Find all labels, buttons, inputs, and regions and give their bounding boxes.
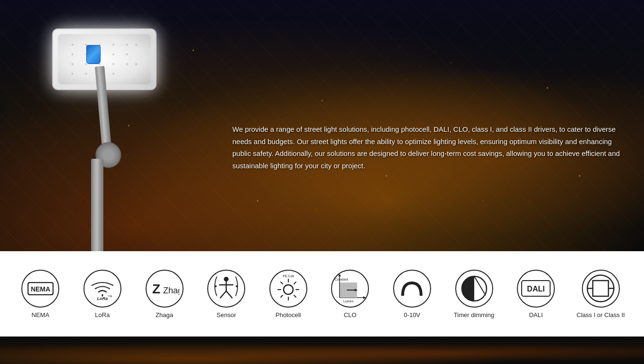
svg-marker-26 bbox=[363, 296, 366, 299]
svg-point-12 bbox=[215, 285, 217, 287]
timer-dimming-icon-circle: StepDim bbox=[455, 270, 493, 308]
lora-icon: LoRa LoRa TM bbox=[88, 277, 117, 300]
svg-text:TM: TM bbox=[108, 295, 112, 298]
light-pole bbox=[91, 159, 103, 251]
photocell-icon: PE.Cell bbox=[274, 274, 303, 303]
feature-clo: Constant Lumen CLO bbox=[329, 270, 371, 318]
zhaga-icon: Z Zhaga bbox=[150, 280, 179, 297]
hero-description-text: We provide a range of street light solut… bbox=[232, 123, 625, 172]
svg-line-20 bbox=[294, 295, 296, 297]
lora-icon-circle: LoRa LoRa TM bbox=[83, 270, 121, 308]
svg-line-19 bbox=[281, 282, 283, 284]
0-10v-label: 0-10V bbox=[404, 311, 421, 318]
zhaga-label: Zhaga bbox=[156, 311, 173, 318]
feature-nema: NEMA NEMA bbox=[19, 270, 62, 318]
feature-zhaga: Z Zhaga Zhaga bbox=[143, 270, 186, 318]
clo-icon-circle: Constant Lumen bbox=[331, 270, 369, 308]
feature-class: Class I or Class II bbox=[577, 270, 625, 318]
svg-text:NEMA: NEMA bbox=[31, 285, 50, 293]
features-bar: NEMA NEMA LoRa LoRa TM LoRa bbox=[0, 251, 644, 337]
svg-text:Z: Z bbox=[152, 282, 160, 296]
photocell-label: Photocell bbox=[276, 311, 301, 318]
svg-text:Constant: Constant bbox=[335, 278, 348, 281]
nema-icon: NEMA bbox=[28, 282, 54, 295]
zhaga-icon-circle: Z Zhaga bbox=[146, 270, 184, 308]
0-10v-icon-circle bbox=[393, 270, 431, 308]
svg-point-14 bbox=[284, 285, 293, 294]
lora-label: LoRa bbox=[95, 311, 110, 318]
svg-line-11 bbox=[226, 291, 232, 298]
photocell-sensor bbox=[86, 45, 101, 64]
svg-line-10 bbox=[220, 291, 226, 298]
feature-sensor: Sensor bbox=[205, 270, 248, 318]
svg-text:Zhaga: Zhaga bbox=[163, 286, 179, 295]
photocell-icon-circle: PE.Cell bbox=[269, 270, 307, 308]
svg-marker-28 bbox=[338, 274, 341, 276]
feature-lora: LoRa LoRa TM LoRa bbox=[81, 270, 124, 318]
hero-description: We provide a range of street light solut… bbox=[232, 123, 625, 172]
svg-text:LoRa: LoRa bbox=[97, 296, 108, 300]
dali-icon: DALI bbox=[521, 280, 551, 297]
svg-point-13 bbox=[236, 285, 238, 287]
timer-dimming-icon: StepDim bbox=[460, 274, 489, 303]
bottom-city-strip bbox=[0, 337, 644, 364]
svg-line-34 bbox=[474, 276, 486, 295]
sensor-icon bbox=[214, 274, 238, 303]
feature-dali: DALI DALI bbox=[515, 270, 557, 318]
clo-label: CLO bbox=[344, 311, 357, 318]
feature-photocell: PE.Cell Photocell bbox=[267, 270, 310, 318]
feature-timer-dimming: StepDim Timer dimming bbox=[453, 270, 496, 318]
0-10v-icon bbox=[396, 277, 427, 300]
clo-icon: Constant Lumen bbox=[334, 274, 366, 303]
svg-line-22 bbox=[294, 282, 296, 284]
class-icon bbox=[585, 273, 616, 304]
nema-icon-circle: NEMA bbox=[21, 270, 59, 308]
svg-point-7 bbox=[224, 277, 229, 282]
class-icon-circle bbox=[582, 270, 620, 308]
feature-0-10v: 0-10V bbox=[391, 270, 433, 318]
timer-dimming-label: Timer dimming bbox=[454, 311, 494, 318]
svg-rect-39 bbox=[593, 281, 608, 296]
street-light-image bbox=[14, 19, 204, 251]
nema-label: NEMA bbox=[32, 311, 50, 318]
sensor-icon-circle bbox=[207, 270, 245, 308]
dali-icon-circle: DALI bbox=[517, 270, 555, 308]
hero-section: We provide a range of street light solut… bbox=[0, 0, 644, 251]
dali-label: DALI bbox=[529, 311, 543, 318]
class-label: Class I or Class II bbox=[577, 311, 625, 318]
svg-text:Lumen: Lumen bbox=[343, 300, 354, 303]
sensor-label: Sensor bbox=[217, 311, 236, 318]
svg-text:PE.Cell: PE.Cell bbox=[283, 274, 294, 278]
svg-line-21 bbox=[281, 295, 283, 297]
svg-text:DALI: DALI bbox=[527, 285, 545, 293]
